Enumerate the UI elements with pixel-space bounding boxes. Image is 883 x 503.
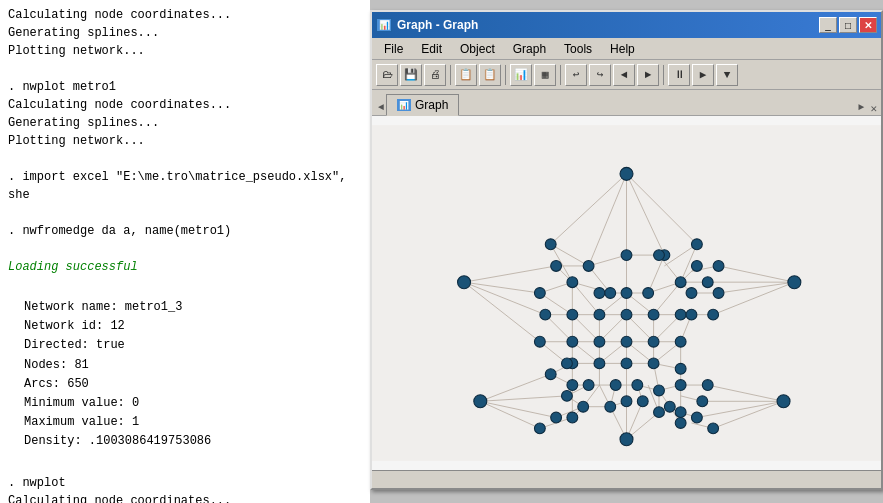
svg-point-142 [702,277,713,288]
svg-point-147 [551,412,562,423]
svg-point-144 [691,261,702,272]
terminal-line: Calculating node coordinates... [8,6,362,24]
svg-point-139 [551,261,562,272]
toolbar-separator [505,65,506,85]
toolbar-save[interactable]: 💾 [400,64,422,86]
menu-help[interactable]: Help [602,40,643,58]
svg-point-155 [637,396,648,407]
toolbar-open[interactable]: 🗁 [376,64,398,86]
svg-point-131 [545,239,556,250]
svg-point-190 [605,288,616,299]
terminal-line: Plotting network... [8,42,362,60]
toolbar-copy[interactable]: 📋 [455,64,477,86]
svg-point-162 [686,288,697,299]
svg-point-163 [567,309,578,320]
terminal-blank [8,276,362,294]
svg-point-168 [686,309,697,320]
maximize-button[interactable]: □ [839,17,857,33]
window-icon: 📊 [376,18,392,32]
terminal-line: Calculating node coordinates... [8,492,362,504]
svg-point-152 [708,423,719,434]
svg-point-165 [621,309,632,320]
toolbar-prev[interactable]: ◄ [613,64,635,86]
svg-point-189 [664,401,675,412]
svg-point-136 [534,288,545,299]
svg-point-182 [632,380,643,391]
toolbar-chart[interactable]: 📊 [510,64,532,86]
svg-point-173 [675,336,686,347]
toolbar-pause[interactable]: ⏸ [668,64,690,86]
svg-point-153 [605,401,616,412]
terminal-line: Network name: metro1_3 [24,298,362,317]
menu-tools[interactable]: Tools [556,40,600,58]
window-title: Graph - Graph [397,18,478,32]
toolbar-paste[interactable]: 📋 [479,64,501,86]
svg-point-137 [540,309,551,320]
status-bar [372,470,881,488]
terminal-blank [8,240,362,258]
tab-nav-left[interactable]: ◄ [376,100,386,115]
svg-point-172 [648,336,659,347]
terminal-line: Plotting network... [8,132,362,150]
minimize-button[interactable]: _ [819,17,837,33]
svg-point-179 [567,380,578,391]
window-controls: _ □ ✕ [819,17,877,33]
svg-point-138 [534,336,545,347]
terminal-line: . nwfromedge da a, name(metro1) [8,222,362,240]
toolbar-dropdown[interactable]: ▼ [716,64,738,86]
toolbar-undo[interactable]: ↩ [565,64,587,86]
tab-nav-right[interactable]: ► [856,100,866,115]
svg-point-158 [594,288,605,299]
terminal-info-block: Network name: metro1_3 Network id: 12 Di… [24,298,362,452]
svg-point-170 [594,336,605,347]
toolbar-print[interactable]: 🖨 [424,64,446,86]
svg-point-180 [583,380,594,391]
toolbar-redo[interactable]: ↪ [589,64,611,86]
graph-tab[interactable]: 📊 Graph [386,94,459,116]
svg-point-129 [777,395,790,408]
svg-point-150 [697,396,708,407]
terminal-line: Maximum value: 1 [24,413,362,432]
terminal-blank [8,150,362,168]
svg-point-188 [675,418,686,429]
svg-point-161 [675,277,686,288]
svg-point-146 [562,390,573,401]
svg-point-127 [474,395,487,408]
terminal-line: Calculating node coordinates... [8,96,362,114]
toolbar-separator [450,65,451,85]
menu-graph[interactable]: Graph [505,40,554,58]
svg-point-126 [458,276,471,289]
terminal-line: . nwplot [8,474,362,492]
menu-bar: File Edit Object Graph Tools Help [372,38,881,60]
terminal-line: Arcs: 650 [24,375,362,394]
tab-label: Graph [415,98,448,112]
svg-point-159 [621,288,632,299]
graph-canvas [372,116,881,470]
tab-close-button[interactable]: ✕ [870,102,877,115]
svg-point-171 [621,336,632,347]
svg-point-141 [708,309,719,320]
svg-point-167 [675,309,686,320]
menu-edit[interactable]: Edit [413,40,450,58]
terminal-blank [8,204,362,222]
toolbar-grid[interactable]: ▦ [534,64,556,86]
menu-file[interactable]: File [376,40,411,58]
close-button[interactable]: ✕ [859,17,877,33]
menu-object[interactable]: Object [452,40,503,58]
svg-point-185 [567,412,578,423]
svg-point-133 [621,250,632,261]
toolbar-separator [560,65,561,85]
svg-point-145 [545,369,556,380]
toolbar-play[interactable]: ▶ [692,64,714,86]
title-bar-left: 📊 Graph - Graph [376,18,478,32]
svg-point-148 [534,423,545,434]
svg-point-140 [713,288,724,299]
toolbar-next[interactable]: ► [637,64,659,86]
terminal-line: Density: .1003086419753086 [24,432,362,451]
terminal-line: Generating splines... [8,114,362,132]
svg-point-164 [594,309,605,320]
svg-point-191 [562,358,573,369]
tab-area: ◄ 📊 Graph ► ✕ [372,90,881,116]
svg-point-156 [654,407,665,418]
graph-svg [372,116,881,470]
